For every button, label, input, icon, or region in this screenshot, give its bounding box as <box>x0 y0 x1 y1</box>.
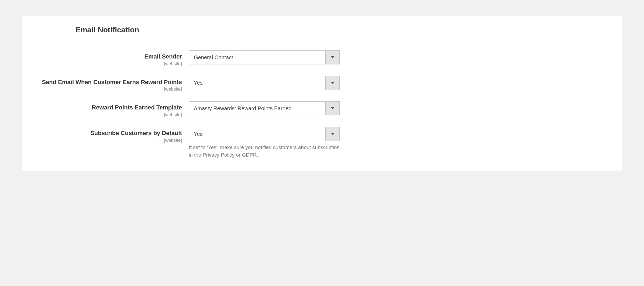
label-text: Send Email When Customer Earns Reward Po… <box>42 79 182 85</box>
label-text: Reward Points Earned Template <box>92 104 182 111</box>
email-notification-panel: Email Notification Email Sender [website… <box>22 16 622 171</box>
dropdown-arrow-icon <box>325 127 339 141</box>
control-col: Amasty Rewards: Reward Points Earned <box>189 101 340 115</box>
select-value: Yes <box>189 76 325 90</box>
dropdown-arrow-icon <box>325 51 339 64</box>
select-value: General Contact <box>189 51 325 64</box>
svg-marker-3 <box>331 133 334 135</box>
dropdown-arrow-icon <box>325 76 339 90</box>
dropdown-arrow-icon <box>325 102 339 115</box>
field-earned-template: Reward Points Earned Template [website] … <box>38 101 606 118</box>
control-col: Yes <box>189 76 340 90</box>
svg-marker-0 <box>331 56 334 58</box>
select-value: Yes <box>189 127 325 141</box>
label-scope: [website] <box>38 61 182 67</box>
section-title: Email Notification <box>75 26 606 34</box>
help-text: If set to 'Yes', make sure you notified … <box>189 144 340 158</box>
label-text: Subscribe Customers by Default <box>90 130 182 136</box>
field-send-email-earns: Send Email When Customer Earns Reward Po… <box>38 76 606 92</box>
field-email-sender: Email Sender [website] General Contact <box>38 50 606 67</box>
earned-template-select[interactable]: Amasty Rewards: Reward Points Earned <box>189 101 340 115</box>
subscribe-default-select[interactable]: Yes <box>189 127 340 141</box>
label-subscribe-default: Subscribe Customers by Default [website] <box>38 127 189 143</box>
label-earned-template: Reward Points Earned Template [website] <box>38 101 189 118</box>
svg-marker-2 <box>331 107 334 109</box>
field-subscribe-default: Subscribe Customers by Default [website]… <box>38 127 606 158</box>
control-col: Yes If set to 'Yes', make sure you notif… <box>189 127 340 158</box>
control-col: General Contact <box>189 50 340 64</box>
svg-marker-1 <box>331 82 334 84</box>
label-email-sender: Email Sender [website] <box>38 50 189 67</box>
email-sender-select[interactable]: General Contact <box>189 50 340 64</box>
label-scope: [website] <box>38 112 182 118</box>
label-scope: [website] <box>38 87 182 92</box>
select-value: Amasty Rewards: Reward Points Earned <box>189 102 325 115</box>
label-text: Email Sender <box>144 53 182 60</box>
send-email-earns-select[interactable]: Yes <box>189 76 340 90</box>
label-scope: [website] <box>38 138 182 143</box>
label-send-email-earns: Send Email When Customer Earns Reward Po… <box>38 76 189 92</box>
